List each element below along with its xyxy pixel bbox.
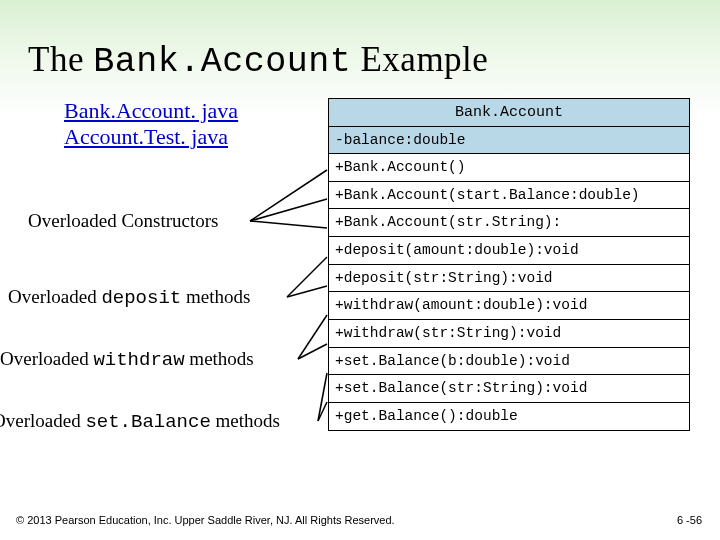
slide: The Bank.Account Example Bank.Account. j… xyxy=(0,0,720,540)
svg-line-1 xyxy=(250,199,327,221)
uml-op-7: +set.Balance(b:double):void xyxy=(329,348,689,376)
uml-op-8: +set.Balance(str:String):void xyxy=(329,375,689,403)
title-pre: The xyxy=(28,40,93,79)
label-deposit-pre: Overloaded xyxy=(8,286,101,307)
page-number: 6 -56 xyxy=(677,514,702,526)
label-setbalance-code: set.Balance xyxy=(85,411,210,433)
label-setbalance-post: methods xyxy=(211,410,280,431)
svg-line-6 xyxy=(298,344,327,359)
uml-op-9: +get.Balance():double xyxy=(329,403,689,430)
label-withdraw: Overloaded withdraw methods xyxy=(0,348,254,371)
svg-line-2 xyxy=(250,221,327,228)
label-withdraw-post: methods xyxy=(185,348,254,369)
uml-op-0: +Bank.Account() xyxy=(329,154,689,182)
label-deposit-code: deposit xyxy=(101,287,181,309)
uml-op-2: +Bank.Account(str.String): xyxy=(329,209,689,237)
svg-line-5 xyxy=(298,315,327,359)
link-accounttest-java[interactable]: Account.Test. java xyxy=(64,124,238,150)
svg-line-3 xyxy=(287,257,327,297)
label-setbalance: Overloaded set.Balance methods xyxy=(0,410,280,433)
copyright-footer: © 2013 Pearson Education, Inc. Upper Sad… xyxy=(16,514,395,526)
label-setbalance-pre: Overloaded xyxy=(0,410,85,431)
title-post: Example xyxy=(351,40,488,79)
slide-title: The Bank.Account Example xyxy=(28,40,488,82)
label-deposit-post: methods xyxy=(181,286,250,307)
svg-line-0 xyxy=(250,170,327,221)
label-constructors: Overloaded Constructors xyxy=(28,210,218,232)
uml-op-1: +Bank.Account(start.Balance:double) xyxy=(329,182,689,210)
svg-line-8 xyxy=(318,402,327,421)
uml-op-6: +withdraw(str:String):void xyxy=(329,320,689,348)
uml-attribute: -balance:double xyxy=(329,127,689,154)
uml-class-name: Bank.Account xyxy=(329,99,689,127)
uml-op-4: +deposit(str:String):void xyxy=(329,265,689,293)
svg-line-4 xyxy=(287,286,327,297)
file-links: Bank.Account. java Account.Test. java xyxy=(64,98,238,151)
svg-line-7 xyxy=(318,373,327,421)
title-code: Bank.Account xyxy=(93,42,351,82)
label-withdraw-pre: Overloaded xyxy=(0,348,93,369)
uml-op-3: +deposit(amount:double):void xyxy=(329,237,689,265)
uml-op-5: +withdraw(amount:double):void xyxy=(329,292,689,320)
link-bankaccount-java[interactable]: Bank.Account. java xyxy=(64,98,238,124)
uml-class-box: Bank.Account -balance:double +Bank.Accou… xyxy=(328,98,690,431)
label-deposit: Overloaded deposit methods xyxy=(8,286,250,309)
label-withdraw-code: withdraw xyxy=(93,349,184,371)
